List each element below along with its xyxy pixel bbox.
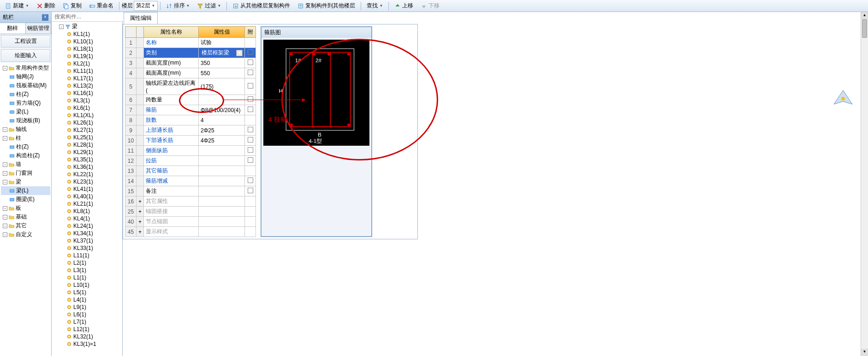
property-row[interactable]: 11侧面纵筋 [125, 146, 256, 156]
prop-name-cell[interactable]: 备注 [143, 186, 198, 196]
row-expand[interactable] [136, 58, 143, 68]
tree-group[interactable]: -墙 [1, 160, 50, 169]
copy-from-floor-button[interactable]: 从其他楼层复制构件 [229, 0, 293, 11]
prop-value-cell[interactable] [199, 166, 245, 176]
row-expand[interactable] [136, 125, 143, 136]
prop-name-cell[interactable]: 其它属性 [143, 196, 198, 207]
row-expand[interactable] [136, 105, 143, 115]
search-input[interactable] [52, 12, 126, 21]
checkbox[interactable] [248, 188, 253, 193]
property-row[interactable]: 13其它箍筋 [125, 166, 256, 176]
component-item[interactable]: KL23(1) [53, 178, 121, 185]
prop-attach-cell[interactable] [245, 95, 256, 105]
prop-attach-cell[interactable] [245, 186, 256, 196]
prop-value-cell[interactable] [199, 146, 245, 156]
sort-button[interactable]: 排序▼ [163, 0, 193, 11]
component-item[interactable]: KL41(1) [53, 185, 121, 193]
tree-item[interactable]: 剪力墙(Q) [1, 99, 50, 107]
tree-item[interactable]: 梁(L) [1, 186, 50, 195]
component-item[interactable]: KL2(1) [53, 60, 121, 67]
property-row[interactable]: 15备注 [125, 186, 256, 196]
expand-icon[interactable]: - [3, 171, 7, 176]
component-item[interactable]: L10(1) [53, 281, 121, 289]
row-expand[interactable] [136, 156, 143, 166]
tree-item[interactable]: 圈梁(E) [1, 195, 50, 204]
prop-attach-cell[interactable] [245, 38, 256, 48]
component-item[interactable]: KL3(1) [53, 97, 121, 104]
prop-name-cell[interactable]: 截面高度(mm) [143, 68, 198, 78]
prop-name-cell[interactable]: 类别 [143, 48, 198, 58]
checkbox[interactable] [248, 70, 253, 75]
prop-name-cell[interactable]: 箍筋 [143, 105, 198, 115]
row-expand[interactable] [136, 166, 143, 176]
property-row[interactable]: 5轴线距梁左边线距离((175) [125, 78, 256, 95]
prop-name-cell[interactable]: 显示样式 [143, 227, 198, 237]
component-item[interactable]: L5(1) [53, 289, 121, 296]
checkbox[interactable] [248, 178, 253, 183]
property-row[interactable]: 8肢数4 [125, 115, 256, 125]
prop-name-cell[interactable]: 上部通长筋 [143, 125, 198, 136]
prop-attach-cell[interactable] [245, 217, 256, 227]
checkbox[interactable] [248, 157, 253, 163]
scroll-down-arrow[interactable]: ▼ [861, 349, 868, 356]
expand-icon[interactable]: - [3, 180, 7, 184]
component-item[interactable]: KL18(1) [53, 45, 121, 53]
tree-item[interactable]: 现浇板(B) [1, 116, 50, 125]
scroll-up-arrow[interactable]: ▲ [861, 12, 868, 19]
prop-attach-cell[interactable] [245, 115, 256, 125]
tree-group[interactable]: -柱 [1, 134, 50, 142]
expand-icon[interactable]: - [3, 66, 7, 71]
prop-name-cell[interactable]: 轴线距梁左边线距离( [143, 78, 198, 95]
checkbox[interactable] [248, 49, 253, 55]
component-item[interactable]: KL22(1) [53, 171, 121, 178]
component-item[interactable]: KL11(1) [53, 67, 121, 75]
prop-value-cell[interactable]: 2Φ25 [199, 125, 245, 136]
checkbox[interactable] [248, 127, 253, 132]
draw-input-button[interactable]: 绘图输入 [1, 49, 50, 62]
component-item[interactable]: KL1(1) [53, 30, 121, 38]
tree-group[interactable]: -常用构件类型 [1, 64, 50, 72]
scroll-thumb[interactable] [862, 19, 867, 38]
prop-attach-cell[interactable] [245, 227, 256, 237]
property-row[interactable]: 16+其它属性 [125, 196, 256, 207]
copy-button[interactable]: 复制 [59, 0, 85, 11]
component-item[interactable]: KL4(1) [53, 215, 121, 222]
component-item[interactable]: KL25(1) [53, 134, 121, 141]
component-item[interactable]: KL40(1) [53, 193, 121, 200]
prop-name-cell[interactable]: 截面宽度(mm) [143, 58, 198, 68]
checkbox[interactable] [248, 83, 253, 89]
find-button[interactable]: 查找▼ [363, 0, 386, 11]
prop-value-cell[interactable] [199, 176, 245, 186]
project-settings-button[interactable]: 工程设置 [1, 35, 50, 47]
prop-value-cell[interactable]: 4Φ25 [199, 136, 245, 146]
rename-button[interactable]: 重命名 [86, 0, 117, 11]
category-tree[interactable]: -常用构件类型轴网(J)筏板基础(M)柱(Z)剪力墙(Q)梁(L)现浇板(B)-… [0, 63, 51, 356]
component-item[interactable]: KL26(1) [53, 119, 121, 126]
expand-icon[interactable]: - [3, 206, 7, 211]
prop-attach-cell[interactable] [245, 48, 256, 58]
new-button[interactable]: 新建▼ [2, 0, 32, 11]
prop-name-cell[interactable]: 名称 [143, 38, 198, 48]
component-item[interactable]: L9(1) [53, 303, 121, 311]
row-expand[interactable]: + [136, 217, 143, 227]
component-item[interactable]: L3(1) [53, 267, 121, 274]
property-row[interactable]: 14箍筋增减 [125, 176, 256, 186]
tree-group[interactable]: -自定义 [1, 230, 50, 239]
tree-group[interactable]: -其它 [1, 221, 50, 230]
property-row[interactable]: 3截面宽度(mm)350 [125, 58, 256, 68]
row-expand[interactable] [136, 186, 143, 196]
expand-icon[interactable]: - [3, 162, 7, 167]
expand-icon[interactable]: - [3, 136, 7, 141]
checkbox[interactable] [248, 59, 253, 65]
row-expand[interactable] [136, 136, 143, 146]
component-item[interactable]: KL6(1) [53, 104, 121, 112]
prop-value-cell[interactable] [199, 95, 245, 105]
property-table[interactable]: 属性名称 属性值 附 1名称试验2类别楼层框架梁▼3截面宽度(mm)3504截面… [125, 26, 256, 237]
tree-group[interactable]: -轴线 [1, 125, 50, 134]
tree-item[interactable]: 柱(Z) [1, 90, 50, 99]
prop-value-cell[interactable]: 试验 [199, 38, 245, 48]
prop-value-cell[interactable]: 350 [199, 58, 245, 68]
copy-to-floor-button[interactable]: 复制构件到其他楼层 [294, 0, 358, 11]
component-item[interactable]: L7(1) [53, 318, 121, 326]
row-expand[interactable] [136, 115, 143, 125]
